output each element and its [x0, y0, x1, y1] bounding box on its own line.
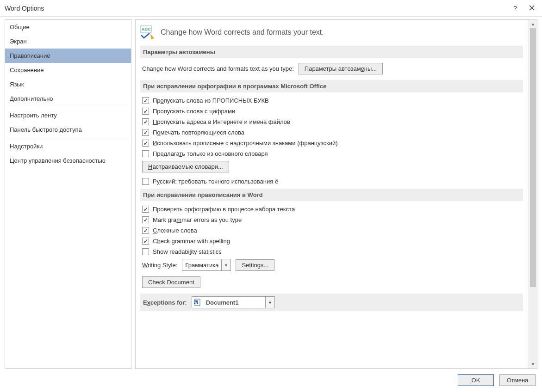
- grammar-settings-button[interactable]: Settings...: [236, 259, 274, 271]
- checkbox-icon: [142, 206, 149, 213]
- help-button[interactable]: ?: [510, 5, 521, 12]
- window-title: Word Options: [5, 5, 44, 12]
- checkbox-label: Сложные слова: [153, 227, 197, 234]
- checkbox-complex-words[interactable]: Сложные слова: [142, 227, 523, 234]
- proofing-hero-icon: ABC: [140, 25, 156, 39]
- sidebar-item-proofing[interactable]: Правописание: [5, 49, 131, 63]
- section-header-spelling-word: При исправлении правописания в Word: [140, 189, 523, 201]
- close-icon: [529, 5, 535, 11]
- sidebar-item-advanced[interactable]: Дополнительно: [5, 92, 131, 106]
- checkbox-label: Check grammar with spelling: [153, 238, 230, 245]
- checkbox-flag-repeated[interactable]: Помечать повторяющиеся слова: [142, 129, 523, 136]
- autocorrect-options-button[interactable]: Параметры автозамены...: [299, 63, 383, 74]
- scroll-thumb[interactable]: [530, 28, 536, 287]
- select-value: Грамматика: [182, 262, 221, 269]
- checkbox-label: Проверять орфографию в процессе набора т…: [153, 206, 295, 213]
- sidebar-separator: [7, 138, 129, 138]
- dialog-footer: OK Отмена: [0, 369, 542, 392]
- checkbox-icon: [142, 140, 149, 147]
- page-hero: ABC Change how Word corrects and formats…: [140, 24, 523, 39]
- sidebar-item-language[interactable]: Язык: [5, 77, 131, 92]
- section-header-autocorrect: Параметры автозамены: [140, 46, 523, 58]
- select-value: Document1: [203, 299, 265, 306]
- checkbox-icon: [142, 178, 149, 185]
- section-header-exceptions: Exceptions for: W Document1 ▾: [140, 294, 523, 311]
- sidebar-separator: [7, 107, 129, 107]
- sidebar-item-label: Панель быстрого доступа: [10, 126, 82, 133]
- checkbox-label: Помечать повторяющиеся слова: [153, 129, 244, 136]
- checkbox-french-accents[interactable]: Использовать прописные с надстрочными зн…: [142, 140, 523, 147]
- scroll-down-arrow-icon[interactable]: ▼: [529, 360, 537, 368]
- titlebar: Word Options ?: [0, 0, 542, 17]
- section-header-spelling-office: При исправлении орфографии в программах …: [140, 80, 523, 92]
- svg-text:ABC: ABC: [142, 27, 151, 31]
- checkbox-icon: [142, 150, 149, 157]
- checkbox-label: Пропускать слова с цифрами: [153, 108, 235, 115]
- checkbox-ignore-urls[interactable]: Пропускать адреса в Интернете и имена фа…: [142, 118, 523, 125]
- sidebar-item-label: Центр управления безопасностью: [10, 157, 106, 164]
- options-category-sidebar: Общие Экран Правописание Сохранение Язык…: [5, 19, 131, 369]
- exceptions-label: Exceptions for:: [143, 299, 187, 306]
- svg-text:W: W: [194, 301, 198, 304]
- checkbox-label: Show readability statistics: [153, 248, 222, 255]
- check-document-button[interactable]: Check Document: [142, 276, 200, 288]
- checkbox-icon: [142, 248, 149, 255]
- sidebar-item-customize-ribbon[interactable]: Настроить ленту: [5, 108, 131, 122]
- sidebar-item-save[interactable]: Сохранение: [5, 63, 131, 77]
- content-scroll-area: ABC Change how Word corrects and formats…: [136, 20, 529, 368]
- sidebar-item-display[interactable]: Экран: [5, 34, 131, 49]
- custom-dictionaries-button[interactable]: Настраиваемые словари...: [142, 161, 229, 172]
- sidebar-item-label: Надстройки: [10, 143, 43, 150]
- word-doc-icon: W: [192, 299, 203, 306]
- checkbox-mark-grammar-as-type[interactable]: Mark grammar errors as you type: [142, 216, 523, 223]
- checkbox-main-dict-only[interactable]: Предлагать только из основного словаря: [142, 150, 523, 157]
- close-button[interactable]: [526, 5, 537, 12]
- dialog-body: Общие Экран Правописание Сохранение Язык…: [0, 17, 542, 369]
- checkbox-check-spelling-as-type[interactable]: Проверять орфографию в процессе набора т…: [142, 206, 523, 213]
- checkbox-label: Русский: требовать точного использования…: [153, 178, 278, 185]
- checkbox-label: Пропускать адреса в Интернете и имена фа…: [153, 118, 290, 125]
- checkbox-icon: [142, 129, 149, 136]
- ok-button[interactable]: OK: [458, 374, 494, 386]
- checkbox-label: Пропускать слова из ПРОПИСНЫХ БУКВ: [153, 97, 269, 104]
- checkbox-icon: [142, 118, 149, 125]
- checkbox-icon: [142, 108, 149, 115]
- checkbox-label: Использовать прописные с надстрочными зн…: [153, 140, 338, 147]
- chevron-down-icon: ▾: [221, 259, 231, 270]
- checkbox-label: Mark grammar errors as you type: [153, 216, 242, 223]
- sidebar-item-label: Сохранение: [10, 67, 44, 74]
- checkbox-icon: [142, 227, 149, 234]
- sidebar-item-quick-access[interactable]: Панель быстрого доступа: [5, 122, 131, 137]
- checkbox-icon: [142, 216, 149, 223]
- checkbox-icon: [142, 238, 149, 245]
- page-hero-text: Change how Word corrects and formats you…: [161, 28, 324, 37]
- content-pane: ABC Change how Word corrects and formats…: [135, 19, 537, 369]
- writing-style-select[interactable]: Грамматика ▾: [182, 259, 231, 271]
- exceptions-document-select[interactable]: W Document1 ▾: [192, 296, 275, 308]
- checkbox-ignore-uppercase[interactable]: Пропускать слова из ПРОПИСНЫХ БУКВ: [142, 97, 523, 104]
- writing-style-label: Writing Style:: [142, 262, 177, 269]
- sidebar-item-label: Настроить ленту: [10, 112, 57, 119]
- sidebar-item-general[interactable]: Общие: [5, 20, 131, 34]
- checkbox-ignore-numbers[interactable]: Пропускать слова с цифрами: [142, 108, 523, 115]
- vertical-scrollbar[interactable]: ▲ ▼: [529, 20, 537, 368]
- sidebar-item-label: Дополнительно: [10, 95, 53, 102]
- scroll-up-arrow-icon[interactable]: ▲: [529, 20, 537, 28]
- checkbox-grammar-with-spelling[interactable]: Check grammar with spelling: [142, 238, 523, 245]
- checkbox-readability-stats[interactable]: Show readability statistics: [142, 248, 523, 255]
- checkbox-label: Предлагать только из основного словаря: [153, 150, 268, 157]
- sidebar-item-addins[interactable]: Надстройки: [5, 139, 131, 153]
- sidebar-item-label: Правописание: [10, 52, 50, 59]
- checkbox-russian-yo[interactable]: Русский: требовать точного использования…: [142, 178, 523, 185]
- autocorrect-desc: Change how Word corrects and formats tex…: [142, 65, 294, 72]
- sidebar-item-trust-center[interactable]: Центр управления безопасностью: [5, 153, 131, 168]
- sidebar-item-label: Общие: [10, 24, 30, 31]
- sidebar-item-label: Экран: [10, 38, 27, 45]
- cancel-button[interactable]: Отмена: [499, 374, 536, 386]
- chevron-down-icon: ▾: [265, 297, 274, 308]
- scroll-track[interactable]: [529, 28, 537, 360]
- checkbox-icon: [142, 97, 149, 104]
- sidebar-item-label: Язык: [10, 81, 24, 88]
